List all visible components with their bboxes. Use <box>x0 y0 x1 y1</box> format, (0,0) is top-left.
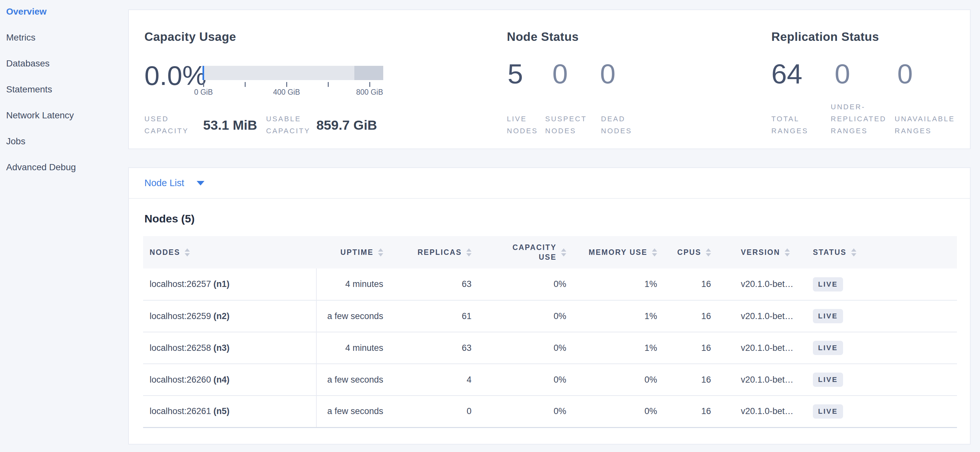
capacity-percent: 0.0% <box>145 60 206 92</box>
node-address[interactable]: localhost:26258 <box>150 343 211 353</box>
status-badge: LIVE <box>813 341 843 355</box>
usable-capacity-value: 859.7 GiB <box>317 118 377 133</box>
chevron-down-icon <box>197 181 204 186</box>
cell-uptime: a few seconds <box>317 396 394 427</box>
column-header-status[interactable]: STATUS <box>794 236 957 268</box>
column-header-replicas[interactable]: REPLICAS <box>394 236 482 268</box>
status-badge: LIVE <box>813 309 843 323</box>
node-address[interactable]: localhost:26257 <box>150 279 211 289</box>
sidebar-item-network-latency[interactable]: Network Latency <box>0 103 128 128</box>
column-header-uptime[interactable]: UPTIME <box>317 236 394 268</box>
column-label: VERSION <box>741 247 780 257</box>
cell-uptime: a few seconds <box>317 364 394 396</box>
column-header-memory_use[interactable]: MEMORY USE <box>577 236 668 268</box>
unavailable-ranges-count: 0 <box>897 60 913 87</box>
column-header-node[interactable]: NODES <box>143 236 317 268</box>
cell-replicas: 63 <box>394 268 482 300</box>
node-address[interactable]: localhost:26259 <box>150 311 211 321</box>
sort-icon <box>785 248 790 257</box>
sidebar-item-jobs[interactable]: Jobs <box>0 128 128 154</box>
capacity-bar-used <box>202 66 204 80</box>
cell-uptime: 4 minutes <box>317 268 394 300</box>
cell-capacity_use: 0% <box>482 268 577 300</box>
cell-version: v20.1.0-bet… <box>722 300 794 332</box>
capacity-bar-other-used <box>354 66 383 80</box>
column-label: CPUS <box>677 247 701 257</box>
node-id: (n1) <box>211 279 229 289</box>
sort-icon <box>378 248 383 257</box>
sidebar-item-advanced-debug[interactable]: Advanced Debug <box>0 154 128 180</box>
node-id: (n3) <box>211 343 229 353</box>
cell-version: v20.1.0-bet… <box>722 332 794 364</box>
column-label: MEMORY USE <box>589 247 648 257</box>
cell-memory_use: 0% <box>577 396 668 427</box>
cell-cpus: 16 <box>668 332 722 364</box>
axis-tick-label: 0 GiB <box>194 88 213 97</box>
axis-tick <box>286 82 287 87</box>
cell-capacity_use: 0% <box>482 332 577 364</box>
cell-status: LIVE <box>794 396 957 427</box>
cell-node[interactable]: localhost:26260 (n4) <box>143 364 317 396</box>
column-header-version[interactable]: VERSION <box>722 236 794 268</box>
sidebar-item-metrics[interactable]: Metrics <box>0 25 128 51</box>
cell-cpus: 16 <box>668 268 722 300</box>
node-id: (n4) <box>211 375 229 385</box>
node-id: (n5) <box>211 406 229 416</box>
cell-node[interactable]: localhost:26258 (n3) <box>143 332 317 364</box>
live-nodes-count: 5 <box>508 60 523 87</box>
sort-icon <box>466 248 471 257</box>
sidebar-item-overview[interactable]: Overview <box>0 0 128 25</box>
status-badge: LIVE <box>813 277 843 292</box>
column-header-capacity_use[interactable]: CAPACITY USE <box>482 236 577 268</box>
column-header-cpus[interactable]: CPUS <box>668 236 722 268</box>
node-status-title: Node Status <box>507 30 579 44</box>
under-replicated-ranges-count: 0 <box>835 60 850 87</box>
nodes-table-title: Nodes (5) <box>145 213 956 225</box>
cell-status: LIVE <box>794 332 957 364</box>
node-address[interactable]: localhost:26261 <box>150 406 211 416</box>
cell-cpus: 16 <box>668 364 722 396</box>
dead-nodes-label: DEAD NODES <box>601 113 632 137</box>
cell-capacity_use: 0% <box>482 300 577 332</box>
cell-uptime: a few seconds <box>317 300 394 332</box>
total-ranges-label: TOTAL RANGES <box>772 113 808 137</box>
cell-node[interactable]: localhost:26261 (n5) <box>143 396 317 427</box>
nodes-table-section: Nodes (5) NODESUPTIMEREPLICASCAPACITY US… <box>129 213 970 428</box>
capacity-bar <box>202 66 383 80</box>
suspect-nodes-label: SUSPECT NODES <box>545 113 587 137</box>
sort-icon <box>706 248 711 257</box>
cell-replicas: 0 <box>394 396 482 427</box>
cell-uptime: 4 minutes <box>317 332 394 364</box>
nodes-table-body: localhost:26257 (n1)4 minutes630%1%16v20… <box>143 268 957 427</box>
axis-tick-label: 400 GiB <box>273 88 300 97</box>
suspect-nodes-count: 0 <box>552 60 568 87</box>
cell-status: LIVE <box>794 300 957 332</box>
axis-tick <box>328 82 329 87</box>
cell-replicas: 63 <box>394 332 482 364</box>
table-row: localhost:26260 (n4)a few seconds40%0%16… <box>143 364 957 396</box>
status-badge: LIVE <box>813 373 843 387</box>
cell-node[interactable]: localhost:26257 (n1) <box>143 268 317 300</box>
used-capacity-label: USED CAPACITY <box>145 113 189 137</box>
node-address[interactable]: localhost:26260 <box>150 375 211 385</box>
sidebar-item-databases[interactable]: Databases <box>0 51 128 76</box>
cell-memory_use: 1% <box>577 300 668 332</box>
live-nodes-label: LIVE NODES <box>507 113 538 137</box>
cell-capacity_use: 0% <box>482 364 577 396</box>
sidebar-item-statements[interactable]: Statements <box>0 76 128 103</box>
used-capacity-value: 53.1 MiB <box>203 118 257 133</box>
cell-memory_use: 1% <box>577 332 668 364</box>
column-label: REPLICAS <box>418 247 462 257</box>
table-header-row: NODESUPTIMEREPLICASCAPACITY USEMEMORY US… <box>143 236 957 268</box>
cell-memory_use: 0% <box>577 364 668 396</box>
dead-nodes-count: 0 <box>600 60 616 87</box>
total-ranges-count: 64 <box>772 60 802 87</box>
cell-node[interactable]: localhost:26259 (n2) <box>143 300 317 332</box>
node-id: (n2) <box>211 311 229 321</box>
status-badge: LIVE <box>813 404 843 419</box>
node-list-dropdown[interactable]: Node List <box>129 168 970 199</box>
table-row: localhost:26259 (n2)a few seconds610%1%1… <box>143 300 957 332</box>
cell-version: v20.1.0-bet… <box>722 364 794 396</box>
cell-version: v20.1.0-bet… <box>722 396 794 427</box>
axis-tick <box>245 82 246 87</box>
